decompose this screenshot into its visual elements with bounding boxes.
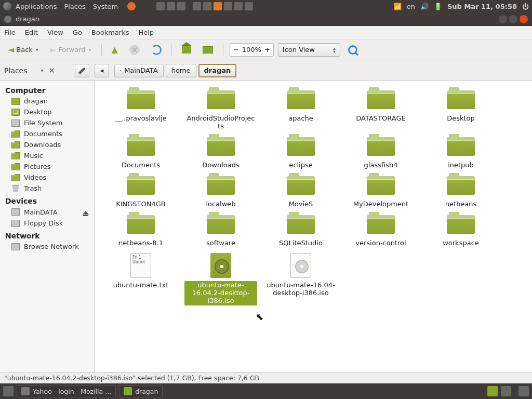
folder-icon [11,130,20,138]
chevron-left-icon: ◂ [100,66,104,74]
workspace-switcher[interactable] [487,386,498,396]
sidebar-item[interactable]: Desktop [0,107,94,117]
menu-file[interactable]: File [4,29,16,36]
content-area[interactable]: __..pravoslavljeAndroidStudioProjectsapa… [95,81,532,372]
sidebar-item[interactable]: dragan [0,96,94,107]
sidebar-item[interactable]: File System [0,117,94,128]
file-item[interactable]: glassfish4 [341,135,421,171]
file-item[interactable]: DATASTORAGE [341,88,421,132]
maximize-button[interactable] [509,15,517,23]
sidebar-item[interactable]: Videos [0,172,94,183]
close-button[interactable] [520,15,528,23]
edit-path-button[interactable] [75,64,89,77]
sidebar-item[interactable]: MainDATA [0,206,94,218]
sidebar-item[interactable]: Browse Network [0,241,94,252]
menu-view[interactable]: View [47,29,63,36]
file-item[interactable]: localweb [181,174,261,210]
tray-icon[interactable] [193,2,201,10]
zoom-in-icon[interactable]: + [264,46,270,54]
tray-icon[interactable] [224,2,232,10]
tray-icon[interactable] [156,2,165,10]
zoom-out-icon[interactable]: − [233,46,239,54]
file-item[interactable]: netbeans [421,174,501,210]
stop-button[interactable] [126,43,143,57]
menu-system[interactable]: System [93,3,118,10]
sidebar-item[interactable]: Downloads [0,139,94,150]
menu-places[interactable]: Places [64,3,85,10]
file-item[interactable]: MyDevelopment [341,174,421,210]
up-button[interactable]: ▲ [108,43,122,57]
file-name: ubuntu-mate-16.04-desktop-i386.iso [264,281,337,298]
taskbar-button[interactable]: dragan [119,385,163,397]
file-item[interactable]: Fri 1 Ubuntubuntu-mate.txt [101,252,181,307]
tray-icon[interactable] [177,2,185,10]
show-desktop-button[interactable] [3,386,14,396]
eject-button[interactable] [83,208,89,216]
file-item[interactable]: Downloads [181,135,261,171]
path-prev-button[interactable]: ◂ [95,64,109,77]
home-button[interactable] [178,43,195,57]
firefox-launcher-icon[interactable] [127,2,136,10]
file-item[interactable]: netbeans-8.1 [101,213,181,249]
menu-help[interactable]: Help [138,29,154,36]
file-item[interactable]: MovieS [261,174,341,210]
file-item[interactable]: SQLiteStudio [261,213,341,249]
file-item[interactable]: Desktop [421,88,501,132]
workspace-switcher[interactable] [501,386,511,396]
tray-icon[interactable] [203,2,211,10]
file-item[interactable]: ubuntu-mate-16.04.2-desktop-i386.iso [181,252,261,307]
network-icon[interactable]: 📶 [393,3,402,10]
sidebar-item[interactable]: Documents [0,128,94,139]
volume-icon[interactable]: 🔊 [420,3,429,10]
forward-button[interactable]: ► Forward ▾ [46,43,95,57]
clock[interactable]: Sub Mar 11, 05:58 [447,3,517,10]
computer-button[interactable] [199,43,217,57]
tray-icon[interactable] [234,2,243,10]
tray-icon[interactable] [214,2,222,10]
iso-file-icon [210,253,231,278]
file-item[interactable]: KINGSTON4GB [101,174,181,210]
file-item[interactable]: Documents [101,135,181,171]
battery-icon[interactable]: 🔋 [434,3,442,10]
file-item[interactable]: ubuntu-mate-16.04-desktop-i386.iso [261,252,341,307]
menu-applications[interactable]: Applications [16,3,57,10]
file-item[interactable]: inetpub [421,135,501,171]
view-mode-select[interactable]: Icon View ▴▾ [278,43,340,57]
breadcrumb-item[interactable]: MainDATA [114,64,164,77]
eject-icon [83,208,89,215]
sidebar-item[interactable]: Pictures [0,161,94,172]
close-sidebar-button[interactable]: ✕ [49,66,56,75]
back-button[interactable]: ◄ Back ▾ [4,43,42,57]
breadcrumb-item[interactable]: home [166,64,196,77]
file-item[interactable]: version-control [341,213,421,249]
ubuntu-logo-icon[interactable] [3,2,11,10]
reload-button[interactable] [148,43,165,57]
chevron-down-icon[interactable]: ▾ [41,68,44,73]
search-button[interactable] [344,43,361,57]
menu-bookmarks[interactable]: Bookmarks [91,29,129,36]
sidebar-item[interactable]: Music [0,150,94,161]
tray-icon[interactable] [167,2,175,10]
trash-applet-icon[interactable] [518,386,529,396]
tray-icon[interactable] [245,2,253,10]
menu-go[interactable]: Go [73,29,82,36]
sidebar-item[interactable]: Floppy Disk [0,218,94,229]
taskbar-button[interactable]: Yahoo - login - Mozilla ... [17,385,116,397]
search-icon [348,45,357,55]
power-icon[interactable]: ⏻ [522,3,529,10]
titlebar[interactable]: dragan [0,12,532,26]
language-indicator[interactable]: en [407,3,415,10]
sidebar-item[interactable]: Trash [0,183,94,194]
sidebar: ComputerdraganDesktopFile SystemDocument… [0,81,95,372]
menu-edit[interactable]: Edit [25,29,38,36]
file-item[interactable]: AndroidStudioProjects [181,88,261,132]
breadcrumb-item[interactable]: dragan [198,64,237,77]
file-item[interactable]: eclipse [261,135,341,171]
file-item[interactable]: workspace [421,213,501,249]
minimize-button[interactable] [499,15,507,23]
file-item[interactable]: __..pravoslavlje [101,88,181,132]
zoom-control[interactable]: − 100% + [230,43,274,57]
folder-icon [127,136,155,158]
file-item[interactable]: software [181,213,261,249]
file-item[interactable]: apache [261,88,341,132]
